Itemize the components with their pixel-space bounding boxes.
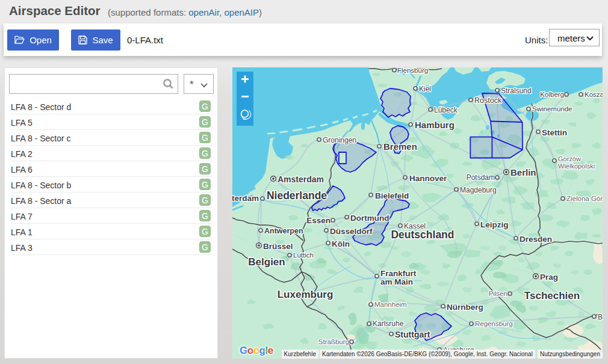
svg-text:Deutschland: Deutschland [391,229,454,241]
svg-text:Lüttich: Lüttich [293,251,314,259]
svg-text:Dresden: Dresden [520,235,552,244]
svg-text:Hamburg: Hamburg [415,120,454,130]
svg-text:Prag: Prag [540,273,558,282]
svg-text:Kolberg: Kolberg [540,91,564,98]
svg-text:Potsdam: Potsdam [467,173,495,182]
svg-text:Leipzig: Leipzig [480,220,509,229]
svg-text:Lübeck: Lübeck [434,106,458,114]
svg-text:Straßburg: Straßburg [318,338,349,345]
svg-text:Brüssel: Brüssel [263,242,293,251]
svg-text:Tschechien: Tschechien [524,290,580,301]
svg-text:Niederlande: Niederlande [267,190,327,202]
svg-text:Berlin: Berlin [510,167,536,177]
svg-text:Groningen: Groningen [323,136,356,144]
svg-text:Amsterdam: Amsterdam [278,174,324,184]
svg-text:Mannheim: Mannheim [374,301,407,308]
svg-text:Bremen: Bremen [383,141,417,152]
svg-text:Düsseldorf: Düsseldorf [330,227,373,236]
svg-text:Dortmund: Dortmund [350,214,389,223]
svg-text:am Main: am Main [380,277,413,286]
svg-text:Frankfurt: Frankfurt [380,269,417,278]
svg-text:Karlsruhe: Karlsruhe [373,319,404,328]
svg-text:terdam: terdam [232,194,259,203]
svg-text:Stuttgart: Stuttgart [395,330,430,339]
svg-text:Stralsund: Stralsund [501,87,532,95]
svg-text:Regensburg: Regensburg [475,320,513,327]
svg-text:Swinemünde: Swinemünde [532,105,572,113]
svg-text:Koszalin: Koszalin [585,91,603,98]
svg-text:Essen: Essen [306,216,330,225]
svg-text:Brünn: Brünn [598,313,603,321]
svg-text:Pilsen: Pilsen [489,290,507,297]
svg-text:Rostock: Rostock [474,96,502,105]
svg-text:Kiel: Kiel [419,85,431,93]
svg-text:Antwerpen: Antwerpen [264,227,303,235]
svg-text:Gorzów: Gorzów [558,155,581,162]
svg-text:Bielefeld: Bielefeld [375,191,409,200]
svg-text:Magdeburg: Magdeburg [460,186,497,194]
svg-text:Stettin: Stettin [542,128,567,137]
svg-text:Luxemburg: Luxemburg [278,289,333,300]
svg-text:Köln: Köln [332,239,350,248]
svg-text:Hannover: Hannover [409,174,447,183]
svg-text:Zielona Góra: Zielona Góra [566,195,603,202]
svg-text:Wielkopolski: Wielkopolski [558,162,595,170]
svg-text:Flensburg: Flensburg [397,67,428,74]
svg-text:Belgien: Belgien [248,256,285,268]
svg-text:Nürnberg: Nürnberg [447,303,483,312]
